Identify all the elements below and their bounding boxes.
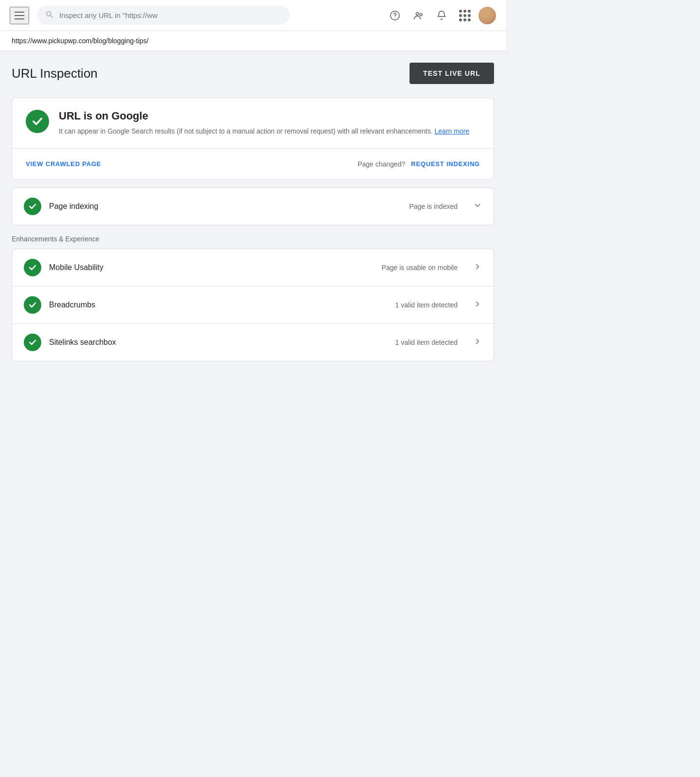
grid-dots-icon [459,10,471,21]
current-url-bar: https://www.pickupwp.com/blog/blogging-t… [0,31,506,51]
enhancements-section-label: Enhancements & Experience [12,235,494,243]
svg-point-2 [416,12,419,15]
url-status-card: URL is on Google It can appear in Google… [12,98,494,180]
breadcrumbs-label: Breadcrumbs [49,301,388,309]
test-live-url-button[interactable]: TEST LIVE URL [410,63,494,84]
mobile-usability-chevron-icon[interactable] [473,262,482,273]
search-input[interactable] [59,11,282,19]
apps-icon-button[interactable] [455,6,475,25]
page-title: URL Inspection [12,66,98,81]
sitelinks-searchbox-label: Sitelinks searchbox [49,338,388,347]
status-card-top: URL is on Google It can appear in Google… [12,98,494,148]
learn-more-link[interactable]: Learn more [435,127,470,135]
main-content: URL Inspection TEST LIVE URL URL is on G… [0,51,506,383]
sitelinks-searchbox-chevron-icon[interactable] [473,337,482,348]
hamburger-menu-button[interactable] [10,7,29,24]
page-changed-text: Page changed? [358,160,405,168]
view-crawled-page-button[interactable]: VIEW CRAWLED PAGE [26,156,101,171]
breadcrumbs-status: 1 valid item detected [395,301,458,309]
help-icon-button[interactable] [385,6,405,25]
status-title: URL is on Google [59,110,469,122]
sitelinks-searchbox-row[interactable]: Sitelinks searchbox 1 valid item detecte… [12,323,494,361]
breadcrumbs-row[interactable]: Breadcrumbs 1 valid item detected [12,286,494,323]
status-text-block: URL is on Google It can appear in Google… [59,110,469,136]
request-indexing-button[interactable]: REQUEST INDEXING [411,160,480,168]
page-header: URL Inspection TEST LIVE URL [12,63,494,84]
page-indexing-label: Page indexing [49,202,401,211]
search-icon [45,10,53,21]
account-settings-icon-button[interactable] [409,6,428,25]
page-indexing-chevron-icon[interactable] [473,201,482,212]
status-check-circle [26,110,49,133]
mobile-usability-label: Mobile Usability [49,263,374,272]
svg-point-1 [394,17,395,18]
avatar[interactable] [478,7,496,24]
page-indexing-card: Page indexing Page is indexed [12,187,494,225]
page-indexing-row[interactable]: Page indexing Page is indexed [12,188,494,225]
search-bar [37,6,290,25]
breadcrumbs-chevron-icon[interactable] [473,300,482,311]
top-navigation [0,0,506,31]
status-description: It can appear in Google Search results (… [59,126,469,136]
nav-icons [385,6,496,25]
enhancements-card: Mobile Usability Page is usable on mobil… [12,249,494,361]
mobile-usability-row[interactable]: Mobile Usability Page is usable on mobil… [12,249,494,286]
page-indexing-status: Page is indexed [409,203,458,210]
sitelinks-searchbox-status: 1 valid item detected [395,338,458,346]
notifications-icon-button[interactable] [432,6,451,25]
indexing-check-circle [24,198,41,215]
status-card-actions: VIEW CRAWLED PAGE Page changed? REQUEST … [12,149,494,179]
sitelinks-check-icon [24,334,41,351]
breadcrumbs-check-icon [24,296,41,314]
mobile-usability-check-icon [24,259,41,276]
current-url-text: https://www.pickupwp.com/blog/blogging-t… [12,37,149,45]
mobile-usability-status: Page is usable on mobile [382,264,458,271]
